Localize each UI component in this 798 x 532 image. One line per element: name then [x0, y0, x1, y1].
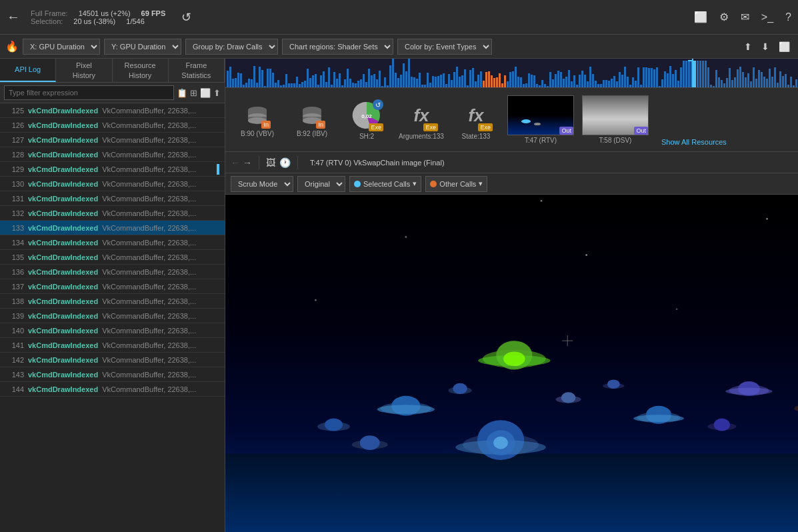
table-row[interactable]: 140 vkCmdDrawIndexed VkCommandBuffer, 22…: [0, 323, 225, 338]
color-by-select[interactable]: Color by: Event Types: [397, 39, 492, 55]
group-by-select[interactable]: Group by: Draw Calls: [185, 39, 278, 55]
flame-icon: 🔥: [5, 40, 19, 53]
selected-calls-chevron: ▾: [413, 179, 417, 188]
row-marker: [217, 164, 219, 175]
row-cmd: vkCmdDrawIndexed: [28, 253, 98, 261]
x-axis-select[interactable]: X: GPU Duration: [23, 39, 100, 55]
resource-t47-thumb: Out: [507, 95, 574, 135]
email-icon[interactable]: ✉: [741, 11, 749, 23]
table-row[interactable]: 144 vkCmdDrawIndexed VkCommandBuffer, 22…: [0, 382, 225, 397]
row-args: VkCommandBuffer, 22638,...: [102, 136, 196, 144]
svg-point-46: [453, 383, 467, 394]
resource-sh2[interactable]: 0,02 ↺ Exe SH:2: [340, 97, 393, 143]
timeline[interactable]: [225, 59, 798, 88]
t58-badge: Out: [634, 127, 648, 135]
svg-point-42: [607, 379, 620, 389]
reset-button[interactable]: ↺: [181, 10, 191, 25]
other-calls-dropdown[interactable]: Other Calls ▾: [425, 176, 487, 192]
sh2-badge: Exe: [369, 123, 383, 131]
left-tabs: API Log PixelHistory ResourceHistory Fra…: [0, 59, 225, 83]
viewer-image-btn[interactable]: 🖼: [266, 157, 275, 168]
resource-t58[interactable]: Out T:58 (DSV): [579, 93, 652, 147]
download-icon-btn[interactable]: ⬇: [759, 40, 772, 53]
chart-regions-select[interactable]: Chart regions: Shader Sets: [282, 39, 393, 55]
svg-point-32: [325, 419, 343, 431]
resource-t47[interactable]: Out T:47 (RTV): [504, 93, 577, 147]
filter-export-btn[interactable]: ⬆: [213, 88, 221, 98]
table-row[interactable]: 137 vkCmdDrawIndexed VkCommandBuffer, 22…: [0, 279, 225, 294]
row-args: VkCommandBuffer, 22638,...: [102, 327, 196, 335]
row-num: 139: [5, 312, 24, 320]
row-num: 126: [5, 121, 24, 129]
filter-layout-btn[interactable]: ⬜: [200, 88, 211, 98]
timeline-cursor-box: [688, 60, 692, 61]
resource-b92[interactable]: In B:92 (IBV): [285, 99, 339, 140]
resource-sh2-icon: 0,02 ↺ Exe: [350, 99, 383, 131]
table-row[interactable]: 128 vkCmdDrawIndexed VkCommandBuffer, 22…: [0, 147, 225, 162]
svg-point-58: [676, 308, 678, 310]
viewer-back-btn[interactable]: ←: [231, 157, 240, 168]
scrub-mode-select[interactable]: Scrub Mode: [231, 176, 293, 192]
row-cmd: vkCmdDrawIndexed: [28, 327, 98, 335]
table-row[interactable]: 132 vkCmdDrawIndexed VkCommandBuffer, 22…: [0, 206, 225, 221]
show-all-resources-btn[interactable]: Show All Resources: [656, 135, 732, 149]
y-axis-select[interactable]: Y: GPU Duration: [104, 39, 181, 55]
table-row[interactable]: 142 vkCmdDrawIndexed VkCommandBuffer, 22…: [0, 353, 225, 367]
fullscreen-icon-btn[interactable]: ⬜: [776, 40, 793, 53]
viewer-clock-btn[interactable]: 🕐: [279, 157, 291, 168]
sh2-refresh-badge: ↺: [373, 99, 383, 110]
filter-options-btn[interactable]: 📋: [177, 88, 187, 98]
table-row[interactable]: 143 vkCmdDrawIndexed VkCommandBuffer, 22…: [0, 367, 225, 382]
other-calls-chevron: ▾: [479, 179, 483, 188]
help-icon[interactable]: ?: [785, 11, 791, 23]
svg-point-55: [315, 299, 317, 301]
row-cmd: vkCmdDrawIndexed: [28, 283, 98, 291]
svg-point-48: [360, 435, 380, 450]
resource-b90[interactable]: In B:90 (VBV): [231, 99, 284, 140]
table-row[interactable]: 135 vkCmdDrawIndexed VkCommandBuffer, 22…: [0, 250, 225, 265]
game-canvas: [225, 195, 798, 532]
table-row[interactable]: 125 vkCmdDrawIndexed VkCommandBuffer, 22…: [0, 103, 225, 118]
calls-row: Scrub Mode Original Selected Calls ▾ Oth…: [225, 173, 798, 195]
b92-badge: In: [316, 121, 325, 129]
svg-point-52: [405, 236, 407, 238]
tab-pixel-history[interactable]: PixelHistory: [56, 59, 112, 82]
table-row[interactable]: 130 vkCmdDrawIndexed VkCommandBuffer, 22…: [0, 177, 225, 191]
row-num: 142: [5, 356, 24, 364]
row-cmd: vkCmdDrawIndexed: [28, 297, 98, 305]
t47-label: T:47 (RTV): [525, 137, 557, 144]
table-row[interactable]: 134 vkCmdDrawIndexed VkCommandBuffer, 22…: [0, 235, 225, 250]
original-select[interactable]: Original: [297, 176, 345, 192]
export-icon-btn[interactable]: ⬆: [741, 40, 755, 53]
filter-input[interactable]: [4, 85, 174, 100]
resource-state133[interactable]: fx Exe State:133: [449, 97, 503, 143]
table-row[interactable]: 141 vkCmdDrawIndexed VkCommandBuffer, 22…: [0, 338, 225, 353]
table-row[interactable]: 138 vkCmdDrawIndexed VkCommandBuffer, 22…: [0, 294, 225, 309]
filter-tree-btn[interactable]: ⊞: [190, 88, 197, 98]
settings-icon[interactable]: ⚙: [719, 11, 729, 23]
table-row[interactable]: 129 vkCmdDrawIndexed VkCommandBuffer, 22…: [0, 162, 225, 177]
tab-resource-history[interactable]: ResourceHistory: [113, 59, 169, 82]
terminal-icon[interactable]: >_: [761, 11, 773, 23]
resource-args133[interactable]: fx Exe Arguments:133: [395, 97, 448, 143]
row-args: VkCommandBuffer, 22638,...: [102, 107, 196, 115]
row-cmd: vkCmdDrawIndexed: [28, 371, 98, 379]
viewer-forward-btn[interactable]: →: [243, 157, 252, 168]
resource-args-icon: fx Exe: [405, 99, 438, 131]
layout-icon[interactable]: ⬜: [694, 11, 707, 23]
table-row[interactable]: 127 vkCmdDrawIndexed VkCommandBuffer, 22…: [0, 133, 225, 147]
resource-t58-thumb: Out: [582, 95, 649, 135]
table-row[interactable]: 136 vkCmdDrawIndexed VkCommandBuffer, 22…: [0, 265, 225, 279]
tab-frame-statistics[interactable]: FrameStatistics: [169, 59, 225, 82]
selected-calls-dropdown[interactable]: Selected Calls ▾: [349, 176, 421, 192]
tab-api-log[interactable]: API Log: [0, 59, 56, 82]
table-row[interactable]: 139 vkCmdDrawIndexed VkCommandBuffer, 22…: [0, 309, 225, 323]
state133-label: State:133: [462, 133, 491, 140]
table-row[interactable]: 126 vkCmdDrawIndexed VkCommandBuffer, 22…: [0, 118, 225, 133]
frame-info: Full Frame: 14501 us (+2%) 69 FPS Select…: [31, 9, 165, 25]
back-button[interactable]: ←: [7, 9, 20, 25]
row-cmd: vkCmdDrawIndexed: [28, 341, 98, 349]
table-row[interactable]: 133 vkCmdDrawIndexed VkCommandBuffer, 22…: [0, 221, 225, 235]
table-row[interactable]: 131 vkCmdDrawIndexed VkCommandBuffer, 22…: [0, 191, 225, 206]
args133-badge: Exe: [423, 123, 438, 131]
